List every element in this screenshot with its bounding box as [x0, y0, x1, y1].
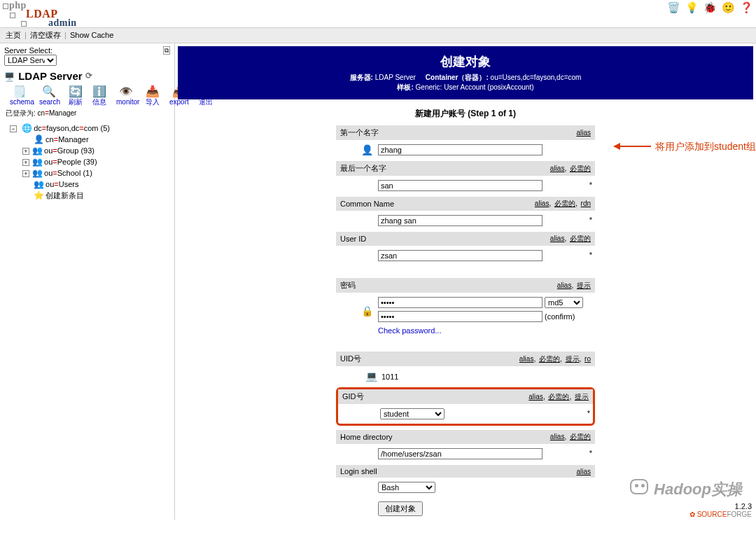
tree-node[interactable]: 👥 ou=Users	[22, 179, 170, 190]
attr-shell-label: Login shell	[340, 467, 377, 475]
tool-monitor[interactable]: 👁️monitor	[116, 85, 136, 107]
step-indicator: 新建用户账号 (Step 1 of 1)	[178, 108, 753, 120]
tree-icon: 👥	[32, 146, 42, 155]
footer: 1.2.3 ✿ SOURCEFORGE	[690, 502, 752, 518]
user-icon: 👤	[361, 144, 373, 155]
password-confirm-field[interactable]	[378, 311, 542, 322]
cn-field[interactable]	[378, 215, 542, 226]
attr-cn-label: Common Name	[340, 200, 394, 208]
attr-gidnum-label: GID号	[342, 391, 364, 402]
expander-icon[interactable]: +	[22, 148, 29, 155]
page-title-bar: 创建对象 服务器: LDAP Server Container（容器）: ou=…	[178, 46, 753, 99]
tree-node[interactable]: +👥 ou=People (39)	[22, 156, 170, 167]
purge-icon[interactable]: 🗑️	[667, 1, 680, 13]
tree-node[interactable]: +👥 ou=Group (93)	[22, 145, 170, 156]
menu-clear[interactable]: 清空缓存	[30, 31, 61, 39]
shell-select[interactable]: Bash	[378, 482, 435, 493]
server-heading: 🖥️ LDAP Server ⟳	[4, 70, 170, 82]
home-field[interactable]	[378, 448, 542, 459]
server-select[interactable]: LDAP Server	[4, 55, 57, 66]
password-field[interactable]	[378, 297, 542, 308]
watermark: Hadoop实操	[630, 479, 742, 500]
menu-showcache[interactable]: Show Cache	[70, 31, 113, 39]
password-encoding-select[interactable]: md5	[545, 297, 583, 308]
annotation-text: 将用户添加到student组	[655, 141, 756, 153]
attr-uid-label: User ID	[340, 235, 366, 243]
smile-icon[interactable]: 🙂	[722, 1, 735, 13]
refresh-server-icon[interactable]: ⟳	[85, 71, 92, 81]
tree-icon: 👤	[34, 134, 43, 144]
tree-icon: ⭐	[34, 190, 43, 200]
expander-icon[interactable]: +	[22, 159, 29, 166]
uid-field[interactable]	[378, 250, 542, 261]
top-icon-bar: 🗑️ 💡 🐞 🙂 ❓	[664, 1, 753, 14]
tree-icon: 👥	[32, 168, 42, 178]
top-menubar: 主页 | 清空缓存 | Show Cache	[0, 27, 756, 43]
attr-last-name-label: 最后一个名字	[340, 163, 386, 174]
tree-node[interactable]: ⭐ 创建新条目	[22, 190, 170, 202]
tree-node[interactable]: 👤 cn=Manager	[22, 134, 170, 145]
help-icon[interactable]: ❓	[740, 1, 753, 13]
tree-icon: 👥	[34, 179, 43, 189]
server-select-label: Server Select:	[4, 46, 170, 55]
create-object-button[interactable]: 创建对象	[378, 501, 423, 516]
server-icon: 🖥️	[4, 72, 15, 82]
ldap-tree: − 🌐 dc=fayson,dc=com (5) 👤 cn=Manager+👥 …	[10, 123, 170, 202]
tool-search[interactable]: 🔍search	[39, 85, 59, 107]
menu-home[interactable]: 主页	[6, 31, 21, 39]
attr-home-label: Home directory	[340, 433, 393, 441]
attr-first-name-label: 第一个名字	[340, 127, 379, 138]
page-title: 创建对象	[178, 53, 753, 70]
tool-import[interactable]: 📥导入	[146, 85, 160, 107]
first-name-field[interactable]	[378, 144, 542, 155]
bug-icon[interactable]: 🐞	[704, 1, 717, 13]
gid-select[interactable]: student	[380, 408, 444, 419]
globe-icon: 🌐	[22, 123, 31, 133]
lock-icon: 🔒	[361, 305, 373, 317]
last-name-field[interactable]	[378, 180, 542, 191]
tool-refresh[interactable]: 🔄刷新	[69, 85, 83, 107]
collapse-panel-icon[interactable]: ⧉	[163, 46, 170, 55]
tree-icon: 👥	[32, 157, 42, 167]
uid-number-value: 1011	[382, 373, 398, 381]
tree-node[interactable]: +👥 ou=School (1)	[22, 167, 170, 179]
terminal-icon: 💻	[365, 370, 377, 382]
check-password-link[interactable]: Check password...	[378, 326, 441, 335]
attr-uidnum-label: UID号	[340, 354, 361, 364]
gid-highlight-box: GID号 alias, 必需的, 提示 * student 将用户添加到stud…	[336, 387, 595, 426]
tool-info[interactable]: ℹ️信息	[92, 85, 106, 107]
logged-in-as: 已登录为: cn=Manager	[6, 109, 170, 118]
app-logo: php LDAP admin	[3, 1, 77, 27]
tool-schema[interactable]: 🗒️schema	[10, 85, 29, 107]
hint-icon[interactable]: 💡	[685, 1, 699, 13]
expander-icon[interactable]: −	[10, 125, 17, 132]
meta-alias[interactable]: alias	[576, 129, 591, 137]
confirm-label: (confirm)	[545, 312, 575, 321]
expander-icon[interactable]: +	[22, 170, 29, 177]
attr-password-label: 密码	[340, 280, 356, 291]
tree-root[interactable]: − 🌐 dc=fayson,dc=com (5)	[10, 123, 170, 134]
